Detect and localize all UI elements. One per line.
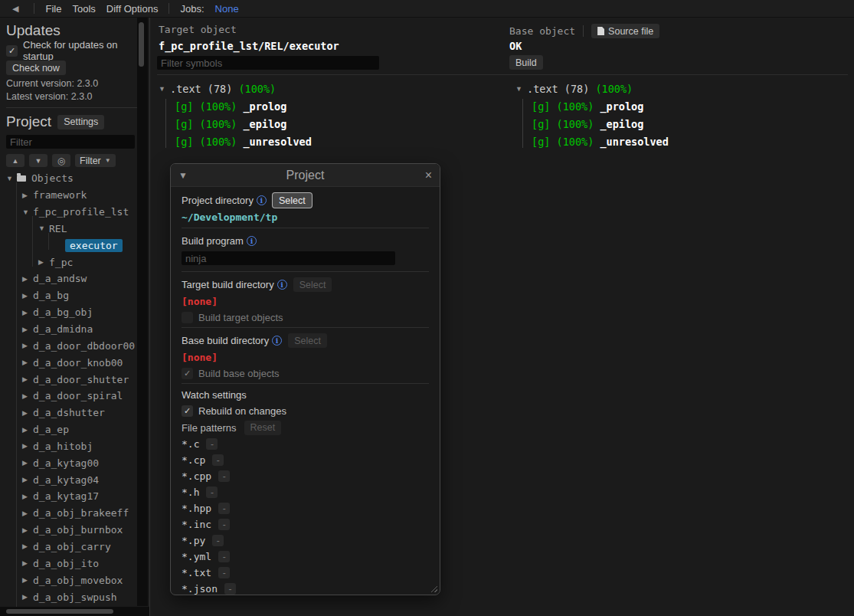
filter-dropdown-button[interactable]: Filter ▼: [75, 154, 116, 167]
chevron-collapsed-icon[interactable]: ▶: [22, 493, 33, 500]
symbol-row-_unresolved[interactable]: [g] (100%) _unresolved: [532, 133, 669, 150]
chevron-expanded-icon[interactable]: ▼: [515, 85, 527, 93]
chevron-collapsed-icon[interactable]: ▶: [22, 459, 33, 467]
tree-item-REL[interactable]: ▼REL: [6, 221, 143, 238]
dialog-collapse-icon[interactable]: ▼: [178, 170, 194, 181]
tree-item-d_a_bg_obj[interactable]: ▶d_a_bg_obj: [6, 304, 143, 321]
sidebar-hscrollbar-thumb[interactable]: [6, 609, 113, 614]
reset-patterns-button[interactable]: Reset: [244, 421, 282, 435]
chevron-expanded-icon[interactable]: ▼: [22, 208, 33, 216]
chevron-collapsed-icon[interactable]: ▶: [22, 576, 33, 584]
tree-item-d_a_ep[interactable]: ▶d_a_ep: [6, 421, 143, 438]
back-icon[interactable]: ◀: [8, 4, 23, 14]
info-icon[interactable]: i: [277, 280, 287, 290]
locate-object-icon[interactable]: ◎: [52, 154, 70, 167]
remove-pattern-button[interactable]: -: [224, 583, 236, 595]
menu-file[interactable]: File: [45, 3, 61, 15]
tree-item-d_a_obj_burnbox[interactable]: ▶d_a_obj_burnbox: [6, 522, 143, 539]
tree-item-d_a_obj_brakeeff[interactable]: ▶d_a_obj_brakeeff: [6, 505, 143, 522]
build-program-input[interactable]: [182, 251, 395, 265]
project-dialog-titlebar[interactable]: ▼ Project ×: [171, 164, 440, 187]
menu-diff-options[interactable]: Diff Options: [106, 3, 159, 15]
symbol-row-_epilog[interactable]: [g] (100%) _epilog: [175, 115, 312, 133]
tree-item-d_a_dmidna[interactable]: ▶d_a_dmidna: [6, 321, 143, 338]
tree-item-d_a_obj_movebox[interactable]: ▶d_a_obj_movebox: [6, 572, 143, 588]
section-header-row[interactable]: ▼.text (78) (100%): [515, 80, 669, 97]
chevron-expanded-icon[interactable]: ▼: [6, 175, 17, 182]
remove-pattern-button[interactable]: -: [212, 535, 224, 546]
check-updates-checkbox[interactable]: ✓ Check for updates on startup: [6, 44, 143, 57]
check-now-button[interactable]: Check now: [6, 61, 66, 75]
tree-item-d_a_hitobj[interactable]: ▶d_a_hitobj: [6, 438, 143, 455]
tree-item-d_a_dshutter[interactable]: ▶d_a_dshutter: [6, 405, 143, 421]
remove-pattern-button[interactable]: -: [206, 438, 218, 450]
symbol-row-_prolog[interactable]: [g] (100%) _prolog: [175, 97, 312, 115]
chevron-collapsed-icon[interactable]: ▶: [22, 476, 33, 483]
symbol-row-_unresolved[interactable]: [g] (100%) _unresolved: [175, 133, 312, 150]
tree-item-d_a_door_shutter[interactable]: ▶d_a_door_shutter: [6, 371, 143, 388]
tree-item-d_a_obj_swpush[interactable]: ▶d_a_obj_swpush: [6, 588, 143, 605]
chevron-collapsed-icon[interactable]: ▶: [22, 375, 33, 383]
tree-item-framework[interactable]: ▶framework: [6, 187, 143, 204]
remove-pattern-button[interactable]: -: [218, 519, 230, 530]
rebuild-on-changes-checkbox[interactable]: ✓ Rebuild on changes: [182, 404, 429, 418]
close-icon[interactable]: ×: [417, 169, 432, 182]
chevron-collapsed-icon[interactable]: ▶: [22, 593, 33, 601]
chevron-collapsed-icon[interactable]: ▶: [22, 426, 33, 434]
info-icon[interactable]: i: [257, 195, 267, 205]
build-target-objects-checkbox[interactable]: Build target objects: [182, 310, 429, 324]
tree-item-d_a_obj_ito[interactable]: ▶d_a_obj_ito: [6, 555, 143, 572]
jobs-none-link[interactable]: None: [215, 3, 239, 15]
project-directory-select-button[interactable]: Select: [273, 193, 312, 208]
remove-pattern-button[interactable]: -: [218, 470, 230, 482]
info-icon[interactable]: i: [247, 236, 257, 246]
project-filter-input[interactable]: [6, 135, 135, 149]
tree-item-d_a_door_knob00[interactable]: ▶d_a_door_knob00: [6, 354, 143, 371]
tree-item-d_a_andsw[interactable]: ▶d_a_andsw: [6, 270, 143, 287]
remove-pattern-button[interactable]: -: [218, 551, 230, 562]
collapse-all-up-icon[interactable]: ▲: [6, 154, 25, 167]
chevron-collapsed-icon[interactable]: ▶: [22, 326, 33, 333]
remove-pattern-button[interactable]: -: [218, 567, 230, 578]
remove-pattern-button[interactable]: -: [218, 503, 230, 514]
chevron-collapsed-icon[interactable]: ▶: [22, 409, 33, 417]
tree-item-f_pc[interactable]: ▶f_pc: [6, 254, 143, 270]
chevron-collapsed-icon[interactable]: ▶: [22, 309, 33, 316]
tree-item-d_a_kytag04[interactable]: ▶d_a_kytag04: [6, 471, 143, 488]
build-button[interactable]: Build: [509, 55, 543, 70]
tree-item-d_a_bg[interactable]: ▶d_a_bg: [6, 287, 143, 304]
menu-tools[interactable]: Tools: [72, 3, 95, 15]
chevron-collapsed-icon[interactable]: ▶: [38, 258, 49, 266]
chevron-collapsed-icon[interactable]: ▶: [22, 510, 33, 517]
tree-item-f_pc_profile_lst[interactable]: ▼f_pc_profile_lst: [6, 204, 143, 221]
tree-item-d_a_kytag00[interactable]: ▶d_a_kytag00: [6, 454, 143, 471]
chevron-collapsed-icon[interactable]: ▶: [22, 526, 33, 534]
chevron-collapsed-icon[interactable]: ▶: [22, 392, 33, 400]
expand-all-down-icon[interactable]: ▼: [29, 154, 47, 167]
chevron-collapsed-icon[interactable]: ▶: [22, 292, 33, 300]
chevron-collapsed-icon[interactable]: ▶: [22, 192, 33, 199]
target-build-select-button[interactable]: Select: [293, 277, 332, 292]
chevron-collapsed-icon[interactable]: ▶: [22, 442, 33, 450]
sidebar-vscrollbar-thumb[interactable]: [139, 22, 144, 67]
dialog-resize-handle[interactable]: [429, 584, 437, 592]
sidebar-hscrollbar-track[interactable]: [0, 607, 149, 616]
chevron-collapsed-icon[interactable]: ▶: [22, 275, 33, 283]
tree-item-d_a_obj_carry[interactable]: ▶d_a_obj_carry: [6, 539, 143, 555]
info-icon[interactable]: i: [272, 336, 282, 346]
remove-pattern-button[interactable]: -: [212, 454, 224, 466]
symbol-filter-input[interactable]: [157, 56, 379, 70]
tree-item-Objects[interactable]: ▼Objects: [6, 170, 143, 187]
chevron-collapsed-icon[interactable]: ▶: [22, 342, 33, 349]
tree-item-d_a_kytag17[interactable]: ▶d_a_kytag17: [6, 488, 143, 505]
symbol-row-_prolog[interactable]: [g] (100%) _prolog: [532, 97, 669, 115]
tree-item-d_a_door_dbdoor00[interactable]: ▶d_a_door_dbdoor00: [6, 337, 143, 354]
base-build-select-button[interactable]: Select: [288, 333, 327, 348]
chevron-collapsed-icon[interactable]: ▶: [22, 542, 33, 550]
remove-pattern-button[interactable]: -: [206, 487, 218, 498]
chevron-expanded-icon[interactable]: ▼: [38, 224, 49, 232]
chevron-expanded-icon[interactable]: ▼: [159, 85, 170, 93]
project-settings-button[interactable]: Settings: [57, 115, 104, 129]
chevron-collapsed-icon[interactable]: ▶: [22, 359, 33, 366]
symbol-row-_epilog[interactable]: [g] (100%) _epilog: [532, 115, 669, 133]
